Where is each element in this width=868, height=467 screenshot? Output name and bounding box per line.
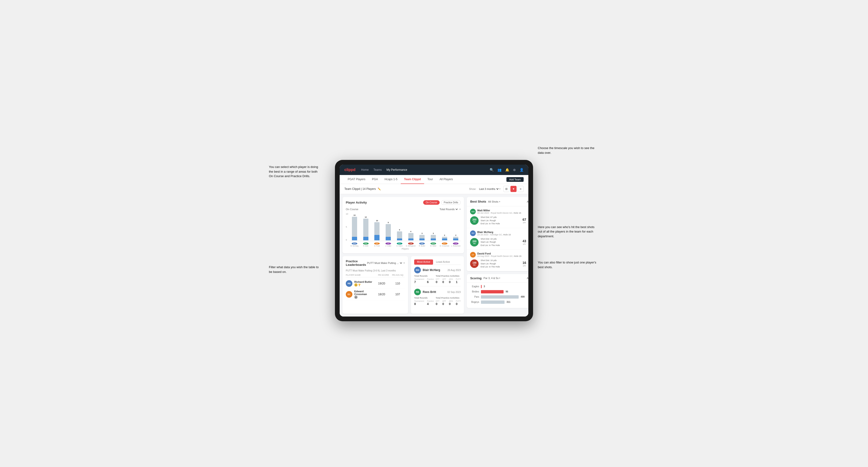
player-avatar-8: MM M. Miller bbox=[428, 243, 438, 247]
players-row: BM B. McHarg RB R. Britt DF bbox=[349, 243, 461, 247]
timescale-select[interactable]: Last 3 months Last month Last 6 months L… bbox=[478, 187, 499, 191]
shot-entry-1[interactable]: MM Matt Miller 09 Jun 2023 · Royal North… bbox=[467, 206, 528, 228]
leaderboard-select[interactable]: PUTT Must Make Putting ... bbox=[366, 261, 403, 264]
user-icon[interactable]: 👤 bbox=[520, 168, 524, 172]
most-active-tab[interactable]: Most Active bbox=[414, 259, 433, 264]
heart-view-button[interactable]: ♥ bbox=[510, 186, 517, 192]
tab-team-clippd[interactable]: Team Clippd bbox=[401, 175, 424, 184]
bar-e-ebert: 5 bbox=[395, 229, 404, 240]
shot-details-3: 198 SG Shot Dist: 16 yds Start Lie: Roug… bbox=[470, 259, 528, 269]
avatar-g-billingham[interactable]: GB bbox=[408, 243, 414, 245]
shot-badge-1: 200 SG bbox=[470, 216, 478, 225]
y-axis: 0 5 10 bbox=[346, 213, 349, 241]
leaderboard-subtitle: PUTT Must Make Putting (3-6 ft), Last 3 … bbox=[346, 269, 405, 272]
stats-rounds-title-2: Total Rounds bbox=[414, 297, 434, 299]
avatar-e-crossman[interactable]: EC bbox=[442, 243, 447, 245]
scoring-filter-2[interactable]: All Players ▾ bbox=[527, 277, 528, 280]
plus-circle-icon[interactable]: ⊕ bbox=[513, 168, 516, 172]
tab-all-players[interactable]: All Players bbox=[436, 175, 456, 184]
stat-gtt-val-1: 0 bbox=[436, 280, 439, 284]
avatar-e-ebert[interactable]: EE bbox=[397, 243, 402, 245]
annotation-top-left: You can select which player is doing the… bbox=[269, 165, 321, 179]
active-player-header-2: RB Rees Britt 02 Sep 2023 bbox=[414, 289, 461, 295]
stat-practice-label-2: Practice bbox=[427, 300, 434, 302]
shots-filter-1[interactable]: All Shots ▾ bbox=[488, 200, 500, 203]
name-j-coles: J. Coles bbox=[385, 245, 391, 247]
bar-value-1: 13 bbox=[353, 214, 355, 216]
avatar-r-butler[interactable]: RB bbox=[419, 243, 425, 245]
avatar-l-robertson[interactable]: LR bbox=[453, 243, 459, 245]
chart-section-title: On Course bbox=[346, 208, 358, 211]
grid-view-button[interactable]: ⊞ bbox=[503, 186, 509, 192]
card-header: Player Activity On Course Practice Drill… bbox=[346, 200, 461, 205]
scoring-filter-1[interactable]: Par 3, 4 & 5s ▾ bbox=[484, 277, 500, 280]
shot-entry-2[interactable]: BM Blair McHarg 23 Jul 2023 · Ashridge G… bbox=[467, 228, 528, 250]
on-course-toggle[interactable]: On Course bbox=[423, 200, 440, 205]
scoring-label-eagles: Eagles bbox=[470, 285, 479, 288]
nav-link-teams[interactable]: Teams bbox=[373, 168, 382, 172]
name-r-butler: R. Butler bbox=[419, 245, 425, 247]
tab-pga[interactable]: PGA bbox=[369, 175, 381, 184]
bell-icon[interactable]: 🔔 bbox=[505, 168, 509, 172]
metric-val-3a: 16 bbox=[522, 261, 526, 264]
stat-app-val-2: 0 bbox=[442, 302, 446, 306]
stat-practice-val-1: 6 bbox=[427, 280, 434, 284]
shots-all-players-filter[interactable]: All Players ▾ bbox=[527, 200, 528, 203]
show-label: Show: bbox=[469, 187, 476, 190]
avatar-d-ford[interactable]: DF bbox=[374, 243, 380, 245]
leaderboard-player-name-2: Edward Crossman bbox=[354, 290, 373, 295]
avatar-b-mcharg[interactable]: BM bbox=[352, 243, 357, 245]
users-icon[interactable]: 👥 bbox=[497, 168, 501, 172]
active-player-header-1: BM Blair McHarg 26 Aug 2023 bbox=[414, 267, 461, 273]
stat-tournament-2: Tournament 8 bbox=[414, 300, 424, 306]
add-team-button[interactable]: Add Team bbox=[506, 177, 524, 182]
bar-value-8: 3 bbox=[433, 232, 434, 235]
x-axis-label: Players bbox=[349, 248, 461, 250]
player-avatar-3: DF D. Ford bbox=[372, 243, 382, 247]
shot-player-name-3: David Ford bbox=[477, 252, 528, 255]
tab-tour[interactable]: Tour bbox=[424, 175, 436, 184]
team-name-label: Team Clippd | 14 Players bbox=[344, 187, 376, 191]
stat-gtt-label-2: GTT bbox=[436, 300, 439, 302]
total-rounds-select[interactable]: Total Rounds Fairways Hit GIR Putts bbox=[438, 208, 459, 211]
tab-hcaps[interactable]: Hcaps 1-5 bbox=[381, 175, 401, 184]
most-active-card: Most Active Least Active BM Blair McHarg… bbox=[411, 256, 464, 314]
player-avatar-2: RB R. Britt bbox=[361, 243, 371, 247]
scoring-row-birdies: Birdies 96 bbox=[470, 290, 528, 293]
leaderboard-pb-score-1: 19/20 bbox=[375, 282, 389, 285]
name-m-miller: M. Miller bbox=[430, 245, 436, 247]
leaderboard-pb-avg-2: 107 bbox=[391, 293, 405, 296]
col-pb-avg: PB AVG SQ bbox=[391, 274, 405, 276]
avatar-j-coles[interactable]: JC bbox=[385, 243, 391, 245]
right-panel: Best Shots All Shots ▾ All Players ▾ bbox=[467, 194, 528, 316]
tab-pgat-players[interactable]: PGAT Players bbox=[344, 175, 369, 184]
stat-putt-1: PUTT 1 bbox=[456, 278, 461, 284]
edit-icon[interactable]: ✏️ bbox=[378, 187, 381, 191]
shot-desc-1: Shot Dist: 67 yds Start Lie: Rough End L… bbox=[480, 216, 518, 225]
practice-drills-toggle[interactable]: Practice Drills bbox=[441, 200, 461, 205]
shot-entry-3[interactable]: DF David Ford 24 Aug 2023 · Royal North … bbox=[467, 250, 528, 271]
list-view-button[interactable]: ≡ bbox=[518, 186, 524, 192]
shot-player-name-1: Matt Miller bbox=[477, 209, 528, 212]
bar-value-10: 2 bbox=[455, 234, 456, 236]
avatar-r-britt[interactable]: RB bbox=[363, 243, 369, 245]
annotation-bottom-right: You can also filter to show just one pla… bbox=[538, 260, 599, 269]
bar-b-mcharg: 13 bbox=[349, 214, 360, 240]
nav-link-performance[interactable]: My Performance bbox=[386, 168, 407, 172]
stats-activities-title-2: Total Practice Activities bbox=[436, 297, 461, 299]
nav-link-home[interactable]: Home bbox=[361, 168, 369, 172]
search-icon[interactable]: 🔍 bbox=[490, 168, 494, 172]
avatar-m-miller[interactable]: MM bbox=[431, 243, 436, 245]
scoring-row-bogeys: Bogeys 311 bbox=[470, 301, 528, 304]
player-activity-title: Player Activity bbox=[346, 201, 367, 204]
shot-player-meta-3: 24 Aug 2023 · Royal North Devon GC, Hole… bbox=[477, 255, 528, 257]
shot-player-info-1: Matt Miller 09 Jun 2023 · Royal North De… bbox=[477, 209, 528, 214]
y-label-5: 5 bbox=[346, 226, 348, 228]
timescale-dropdown-arrow: ▾ bbox=[499, 188, 500, 190]
least-active-tab[interactable]: Least Active bbox=[433, 259, 453, 264]
metric-unit-2a: yds bbox=[523, 243, 526, 245]
leaderboard-avatar-2: EC bbox=[346, 291, 352, 298]
nav-icons: 🔍 👥 🔔 ⊕ 👤 bbox=[490, 168, 524, 172]
best-shots-title: Best Shots bbox=[470, 200, 486, 203]
bar-l-robertson: 2 bbox=[451, 234, 461, 240]
